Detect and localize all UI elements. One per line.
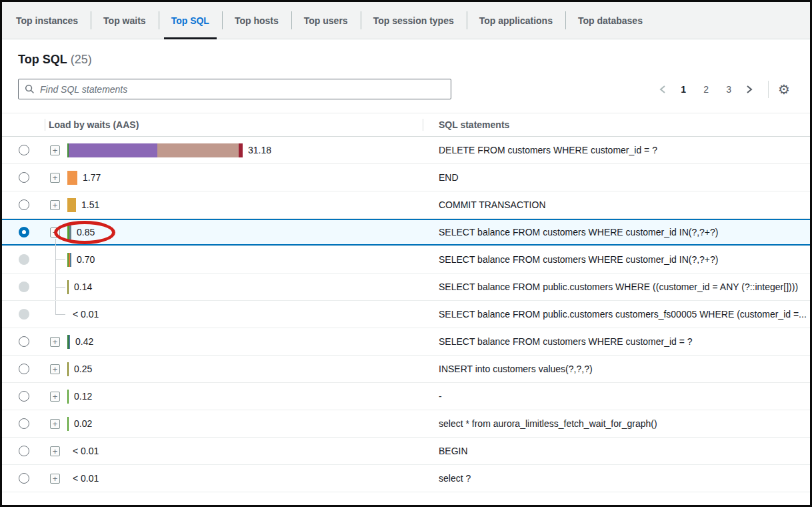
- tree-connector: [55, 239, 66, 245]
- expand-icon[interactable]: +: [50, 364, 60, 374]
- sql-statement-link[interactable]: COMMIT TRANSACTION: [439, 199, 546, 210]
- sql-cell: END: [423, 172, 810, 183]
- tab-top-databases[interactable]: Top databases: [565, 2, 655, 39]
- prev-page-button[interactable]: [655, 83, 670, 95]
- load-cell: < 0.01: [2, 301, 423, 328]
- sql-cell: select ?: [423, 473, 810, 484]
- tree-connector: [55, 274, 66, 300]
- load-value: 1.51: [81, 199, 99, 210]
- table-row: < 0.01SELECT balance FROM public.custome…: [2, 301, 810, 328]
- load-value: 31.18: [248, 145, 271, 155]
- table-row: +0.02select * from aurora_limitless_fetc…: [2, 410, 810, 438]
- load-cell: 0.70: [2, 246, 423, 273]
- table-row: +0.25INSERT into customers values(?,?,?): [2, 356, 810, 383]
- expand-icon[interactable]: +: [50, 337, 60, 347]
- row-radio[interactable]: [19, 199, 29, 210]
- pagination: 123: [653, 83, 759, 96]
- sql-statement-link[interactable]: SELECT balance FROM public.customers WHE…: [439, 282, 798, 292]
- load-value: 0.12: [74, 391, 92, 402]
- load-bar-segment: [67, 280, 69, 294]
- sql-table-body: +31.18DELETE FROM customers WHERE custom…: [2, 137, 810, 492]
- load-bar: [67, 362, 69, 376]
- load-bar: [67, 171, 77, 185]
- row-radio[interactable]: [19, 336, 29, 347]
- table-header-row: Load by waits (AAS) SQL statements: [2, 113, 810, 137]
- expand-icon[interactable]: +: [50, 419, 60, 429]
- chevron-right-icon: [745, 85, 753, 94]
- load-bar: [67, 198, 76, 212]
- search-box[interactable]: [18, 79, 451, 99]
- row-radio[interactable]: [19, 473, 29, 484]
- next-page-button[interactable]: [742, 83, 757, 95]
- sql-statement-link[interactable]: BEGIN: [439, 446, 468, 456]
- load-bar: [67, 253, 71, 267]
- load-cell: +1.51: [2, 191, 423, 218]
- page-button-1[interactable]: 1: [676, 83, 691, 96]
- expand-icon[interactable]: +: [50, 173, 60, 183]
- sql-statement-link[interactable]: DELETE FROM customers WHERE customer_id …: [439, 145, 657, 155]
- sql-statement-link[interactable]: select ?: [439, 473, 471, 484]
- collapse-icon[interactable]: −: [50, 227, 60, 237]
- load-bar-segment: [67, 417, 69, 431]
- sql-statement-link[interactable]: -: [439, 391, 442, 402]
- column-header-load: Load by waits (AAS): [2, 113, 423, 136]
- tab-top-applications[interactable]: Top applications: [467, 2, 565, 39]
- load-value: 0.70: [77, 254, 95, 265]
- sql-statement-link[interactable]: SELECT balance FROM customers WHERE cust…: [439, 227, 719, 237]
- row-radio[interactable]: [19, 364, 29, 374]
- row-radio[interactable]: [19, 418, 29, 429]
- dimension-tabbar: Top instancesTop waitsTop SQLTop hostsTo…: [2, 2, 810, 39]
- row-radio: [19, 282, 29, 292]
- panel-header: Top SQL(25): [2, 39, 810, 67]
- search-input[interactable]: [40, 84, 445, 95]
- tab-top-instances[interactable]: Top instances: [3, 2, 91, 39]
- row-radio[interactable]: [19, 172, 29, 183]
- tab-top-hosts[interactable]: Top hosts: [222, 2, 291, 39]
- sql-cell: select * from aurora_limitless_fetch_wai…: [423, 418, 810, 429]
- sql-cell: SELECT balance FROM public.customers WHE…: [423, 282, 810, 292]
- sql-statement-link[interactable]: SELECT balance FROM customers WHERE cust…: [439, 336, 693, 347]
- tree-connector: [55, 301, 66, 315]
- load-bar: [67, 417, 69, 431]
- table-toolbar: 123 ⚙: [18, 79, 794, 99]
- load-cell: +0.42: [2, 328, 423, 355]
- page-button-3[interactable]: 3: [721, 83, 736, 96]
- sql-statement-link[interactable]: SELECT balance FROM customers WHERE cust…: [439, 254, 719, 265]
- load-cell: 0.14: [2, 274, 423, 300]
- row-radio[interactable]: [19, 227, 29, 237]
- expand-icon[interactable]: +: [50, 145, 60, 155]
- sql-statement-link[interactable]: SELECT balance FROM public.customers cus…: [439, 309, 807, 320]
- load-value: < 0.01: [73, 473, 99, 484]
- table-row: −0.85SELECT balance FROM customers WHERE…: [2, 219, 810, 246]
- load-cell: +1.77: [2, 164, 423, 191]
- load-bar: [67, 335, 70, 349]
- row-radio[interactable]: [19, 145, 29, 155]
- result-count: (25): [71, 53, 92, 66]
- load-value: 1.77: [83, 172, 101, 183]
- table-row: 0.14SELECT balance FROM public.customers…: [2, 274, 810, 301]
- row-radio[interactable]: [19, 391, 29, 402]
- sql-statement-link[interactable]: INSERT into customers values(?,?,?): [439, 364, 593, 374]
- row-radio: [19, 254, 29, 265]
- table-row: +< 0.01select ?: [2, 465, 810, 492]
- tab-top-sql[interactable]: Top SQL: [159, 2, 222, 39]
- expand-icon[interactable]: +: [50, 392, 60, 402]
- sql-cell: SELECT balance FROM public.customers cus…: [423, 309, 810, 320]
- row-radio[interactable]: [19, 446, 29, 456]
- load-bar: [67, 280, 69, 294]
- tab-top-users[interactable]: Top users: [291, 2, 361, 39]
- tree-connector: [55, 246, 66, 273]
- sql-statement-link[interactable]: END: [439, 172, 459, 183]
- sql-statement-link[interactable]: select * from aurora_limitless_fetch_wai…: [439, 418, 657, 429]
- toolbar-divider: [768, 81, 769, 98]
- load-cell: +0.02: [2, 410, 423, 437]
- load-bar-segment: [157, 143, 239, 157]
- tab-top-waits[interactable]: Top waits: [91, 2, 159, 39]
- gear-icon[interactable]: ⚙: [777, 83, 794, 96]
- tab-top-session-types[interactable]: Top session types: [361, 2, 467, 39]
- page-button-2[interactable]: 2: [699, 83, 713, 96]
- expand-icon[interactable]: +: [50, 446, 60, 456]
- expand-icon[interactable]: +: [50, 200, 60, 210]
- expand-icon[interactable]: +: [50, 474, 60, 484]
- search-icon: [25, 84, 35, 94]
